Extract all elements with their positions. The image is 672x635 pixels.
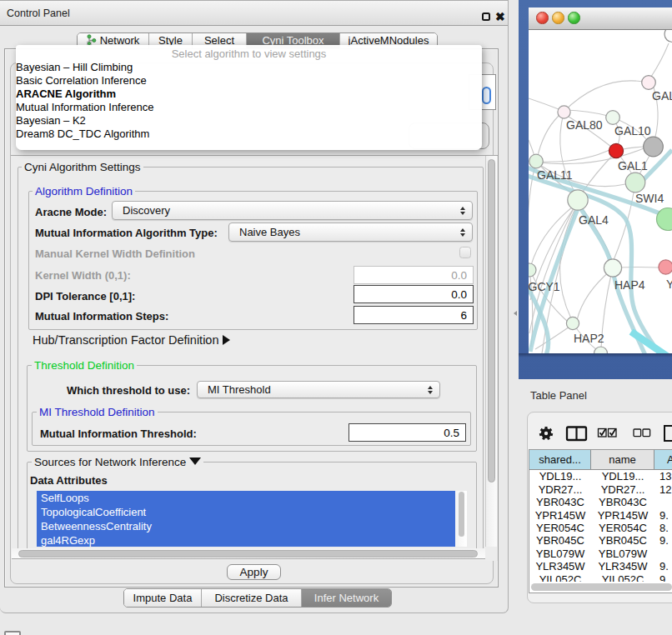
popup-placeholder: Select algorithm to view settings: [16, 48, 482, 60]
algorithm-option[interactable]: Mutual Information Inference: [16, 101, 153, 114]
unchecked-boxes-icon[interactable]: [634, 429, 650, 437]
attributes-scrollbar-thumb[interactable]: [459, 492, 465, 537]
close-traffic-light-icon[interactable]: [536, 12, 549, 24]
table-cell: 13: [654, 470, 672, 482]
node-label: SWI4: [635, 192, 664, 205]
network-node-gal7[interactable]: [642, 76, 656, 90]
algorithm-option[interactable]: Bayesian – K2: [16, 114, 86, 128]
settings-vertical-scrollbar[interactable]: [485, 156, 497, 547]
column-header-third[interactable]: A: [654, 450, 672, 470]
network-edge-thick: [529, 158, 672, 218]
data-attributes-list[interactable]: SelfLoopsTopologicalCoefficientBetweenne…: [37, 491, 455, 547]
table-row[interactable]: YBL079WYBL079W: [529, 548, 672, 560]
table-row[interactable]: YDL19...YDL19...13: [529, 470, 672, 482]
algorithm-option[interactable]: ARACNE Algorithm: [16, 88, 116, 101]
network-node-gal80[interactable]: [558, 106, 570, 118]
gear-icon[interactable]: [539, 427, 553, 439]
network-node-gcy1[interactable]: [529, 263, 536, 277]
attribute-item[interactable]: SelfLoops: [37, 491, 455, 505]
column-header-name[interactable]: name: [591, 450, 654, 470]
table-row[interactable]: YDR27...YDR27...12: [529, 482, 672, 495]
splitter-collapse-icon[interactable]: [514, 311, 517, 316]
minimized-window-icon[interactable]: [4, 631, 21, 635]
which-threshold-label: Which threshold to use:: [67, 384, 190, 397]
bottom-tab-infer-network[interactable]: Infer Network: [302, 589, 391, 607]
group-title-cyni: Cyni Algorithm Settings: [22, 161, 143, 173]
file-icon[interactable]: [664, 426, 672, 441]
table-horizontal-scrollbar[interactable]: [529, 582, 672, 593]
manual-kernel-checkbox[interactable]: [459, 247, 471, 258]
sources-toggle[interactable]: Sources for Network Inference: [32, 456, 203, 468]
checked-boxes-icon[interactable]: [599, 429, 617, 438]
algorithm-combo-focus-button[interactable]: [482, 87, 491, 104]
table-row[interactable]: YIL052CYIL052C9: [529, 573, 672, 582]
minimize-traffic-light-icon[interactable]: [552, 12, 564, 24]
network-node-hap2[interactable]: [566, 317, 579, 329]
canvas-shadow: [519, 353, 672, 358]
mi-steps-field[interactable]: 6: [354, 306, 474, 324]
settings-horizontal-scrollbar[interactable]: [12, 548, 485, 559]
table-cell: YBR043C: [529, 496, 591, 508]
table-hscroll-thumb[interactable]: [531, 583, 672, 591]
network-node-gal11[interactable]: [529, 154, 544, 168]
network-canvas[interactable]: GAL7GAL80GAL10GAL1GAL11SWI4GAL4GCY1HAP4Y…: [529, 30, 672, 353]
expand-right-icon: [223, 335, 230, 345]
algorithm-option[interactable]: Bayesian – Hill Climbing: [16, 61, 133, 74]
attribute-item[interactable]: TopologicalCoefficient: [37, 505, 455, 519]
table-row[interactable]: YPR145WYPR145W9.: [529, 508, 672, 521]
hub-definition-toggle[interactable]: Hub/Transcription Factor Definition: [33, 333, 230, 347]
stepper-arrows-icon: [460, 202, 465, 219]
hub-definition-label: Hub/Transcription Factor Definition: [33, 333, 219, 347]
network-edge: [651, 43, 669, 77]
network-node-bottom-partial[interactable]: [594, 347, 608, 353]
which-threshold-combo[interactable]: MI Threshold: [197, 381, 440, 398]
attribute-item[interactable]: gal4RGexp: [37, 533, 455, 547]
network-edge: [617, 268, 659, 268]
network-node-gal1-red[interactable]: [609, 143, 623, 158]
network-window-titlebar[interactable]: [529, 8, 672, 30]
table-row[interactable]: YLR345WYLR345W9.: [529, 560, 672, 572]
columns-icon[interactable]: [567, 428, 586, 441]
network-node-gal4[interactable]: [568, 190, 588, 210]
table-cell: YDL19...: [529, 470, 591, 482]
kernel-width-field[interactable]: 0.0: [354, 266, 474, 284]
dpi-tolerance-field[interactable]: 0.0: [354, 285, 474, 303]
attribute-item[interactable]: BetweennessCentrality: [37, 519, 455, 533]
mi-threshold-field[interactable]: 0.5: [349, 423, 466, 442]
network-node-salmon[interactable]: [659, 260, 672, 274]
network-node-swi4[interactable]: [625, 172, 645, 192]
apply-button[interactable]: Apply: [227, 564, 281, 580]
settings-vscroll-thumb[interactable]: [488, 159, 495, 482]
zoom-traffic-light-icon[interactable]: [568, 12, 580, 24]
table-cell: YPR145W: [591, 508, 654, 521]
aracne-mode-combo[interactable]: Discovery: [112, 201, 473, 220]
bottom-tab-impute-data[interactable]: Impute Data: [124, 589, 202, 607]
algorithm-option[interactable]: Basic Correlation Inference: [16, 74, 147, 88]
network-edge: [529, 140, 534, 156]
table-cell: YBL079W: [591, 548, 654, 560]
algorithm-option[interactable]: Dream8 DC_TDC Algorithm: [16, 128, 149, 141]
close-icon[interactable]: ✖: [495, 11, 505, 22]
network-node-gal10[interactable]: [606, 111, 620, 125]
table-cell: YLR345W: [591, 560, 654, 572]
table-row[interactable]: YBR043CYBR043C: [529, 496, 672, 508]
column-header-shared[interactable]: shared...: [529, 450, 591, 470]
table-cell: YBL079W: [529, 548, 591, 560]
network-node-gray[interactable]: [644, 137, 664, 157]
table-row[interactable]: YER054CYER054C8.: [529, 522, 672, 534]
network-node-top-partial[interactable]: [664, 30, 672, 42]
network-node-hap4[interactable]: [604, 259, 621, 277]
mi-type-combo[interactable]: Naive Bayes: [228, 222, 473, 242]
maximize-icon[interactable]: [482, 12, 490, 21]
attributes-scrollbar[interactable]: [455, 491, 468, 547]
expand-down-icon: [189, 458, 201, 465]
control-panel-titlebar[interactable]: Control Panel ✖: [0, 1, 508, 26]
bottom-tab-discretize-data[interactable]: Discretize Data: [202, 589, 302, 607]
table-panel-title: Table Panel: [530, 389, 587, 402]
kernel-width-label: Kernel Width (0,1):: [35, 269, 131, 282]
settings-hscroll-thumb[interactable]: [18, 550, 478, 558]
network-edge: [565, 110, 608, 116]
table-cell: 9.: [654, 508, 672, 521]
node-label: GAL11: [537, 168, 573, 182]
table-row[interactable]: YBR045CYBR045C9.: [529, 534, 672, 547]
